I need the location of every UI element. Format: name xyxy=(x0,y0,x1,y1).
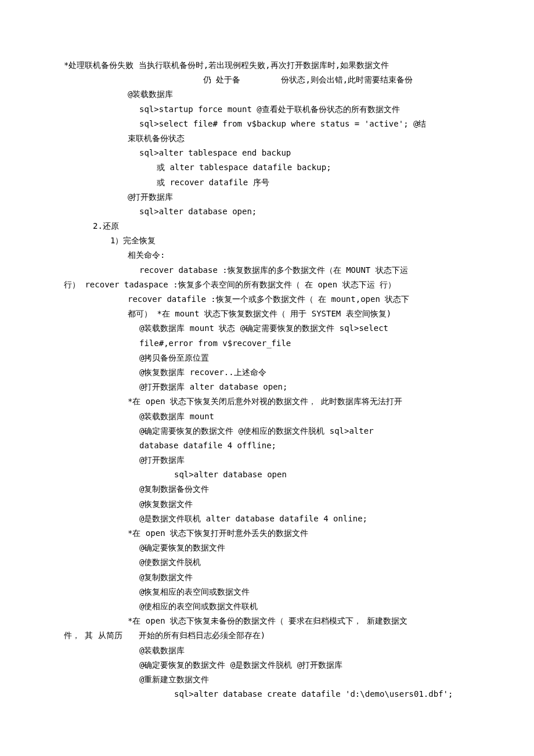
text-line: sql>alter database open; xyxy=(139,204,470,219)
text-line: @装载数据库 mount 状态 @确定需要恢复的数据文件 sql>select xyxy=(139,321,470,336)
text-line: @装载数据库 mount xyxy=(139,409,470,424)
text-line: @恢复相应的表空间或数据文件 xyxy=(139,585,470,599)
text-line: 相关命令: xyxy=(128,248,470,262)
text-line: @确定需要恢复的数据文件 @使相应的数据文件脱机 sql>alter xyxy=(139,424,470,438)
text-line: 或 alter tablespace datafile backup; xyxy=(157,160,470,175)
text-line: sql>alter database create datafile 'd:\d… xyxy=(174,687,470,701)
text-line: @拷贝备份至原位置 xyxy=(139,351,470,365)
text-line: @装载数据库 xyxy=(128,87,470,102)
document-body: *处理联机备份失败 当执行联机备份时,若出现例程失败,再次打开数据库时,如果数据… xyxy=(64,58,470,701)
text-line: 1）完全恢复 xyxy=(110,233,470,248)
text-line: sql>alter database open xyxy=(174,467,470,482)
text-line: @确定要恢复的数据文件 @是数据文件脱机 @打开数据库 xyxy=(139,658,470,672)
text-line: @确定要恢复的数据文件 xyxy=(139,541,470,555)
text-line: recover database :恢复数据库的多个数据文件（在 MOUNT 状… xyxy=(139,263,470,278)
text-line: sql>alter tablespace end backup xyxy=(139,146,470,160)
text-line: @打开数据库 xyxy=(128,190,470,204)
text-line: @恢复数据文件 xyxy=(139,497,470,512)
text-line: @复制数据文件 xyxy=(139,570,470,585)
text-line: @复制数据备份文件 xyxy=(139,482,470,496)
text-line: @装载数据库 xyxy=(139,643,470,658)
text-line: 仍 处于备 份状态,则会出错,此时需要结束备份 xyxy=(203,73,470,87)
text-line: *处理联机备份失败 当执行联机备份时,若出现例程失败,再次打开数据库时,如果数据… xyxy=(64,58,470,73)
text-line: sql>select file# from v$backup where sta… xyxy=(139,117,470,131)
text-line: *在 open 状态下恢复关闭后意外对视的数据文件， 此时数据库将无法打开 xyxy=(128,394,470,409)
text-line: sql>startup force mount @查看处于联机备份状态的所有数据… xyxy=(139,102,470,117)
text-line: 2.还原 xyxy=(93,219,470,233)
text-line: @使数据文件脱机 xyxy=(139,555,470,570)
text-line: @恢复数据库 recover..上述命令 xyxy=(139,365,470,380)
text-line: @打开数据库 alter database open; xyxy=(139,380,470,394)
text-line: database datafile 4 offline; xyxy=(139,438,470,453)
text-line: 行） recover tadaspace :恢复多个表空间的所有数据文件（ 在 … xyxy=(64,278,470,292)
text-line: *在 open 状态下恢复打开时意外丢失的数据文件 xyxy=(128,526,470,541)
text-line: @打开数据库 xyxy=(139,453,470,467)
text-line: recover datafile :恢复一个或多个数据文件（ 在 mount,o… xyxy=(128,292,470,307)
text-line: *在 open 状态下恢复未备份的数据文件（ 要求在归档模式下， 新建数据文 xyxy=(128,614,470,628)
text-line: @使相应的表空间或数据文件联机 xyxy=(139,599,470,614)
text-line: file#,error from v$recover_file xyxy=(139,336,470,351)
text-line: 都可） *在 mount 状态下恢复数据文件（ 用于 SYSTEM 表空间恢复) xyxy=(128,307,470,321)
text-line: 束联机备份状态 xyxy=(128,131,470,146)
text-line: 件， 其 从简历 开始的所有归档日志必须全部存在) xyxy=(64,628,470,643)
text-line: @是数据文件联机 alter database datafile 4 onlin… xyxy=(139,512,470,526)
text-line: @重新建立数据文件 xyxy=(139,672,470,687)
text-line: 或 recover datafile 序号 xyxy=(157,175,470,190)
